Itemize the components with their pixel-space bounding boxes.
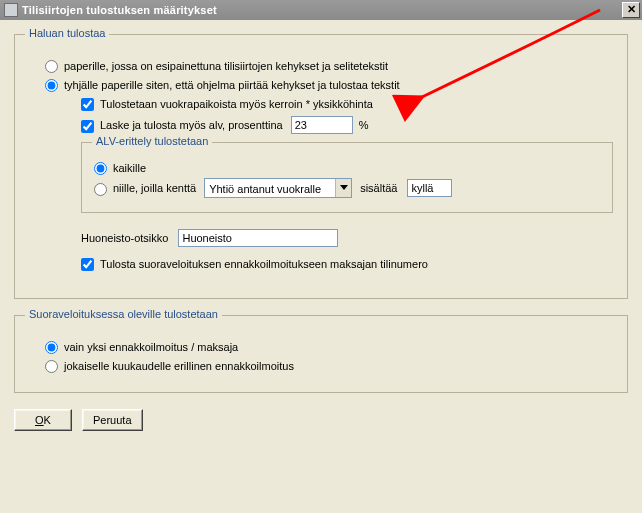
radio-alv-filtered-label: niille, joilla kenttä: [113, 182, 196, 194]
radio-row-blank[interactable]: tyhjälle paperille siten, että ohjelma p…: [45, 78, 613, 91]
radio-blank[interactable]: [45, 79, 58, 92]
radio-alv-filtered[interactable]: [94, 183, 107, 196]
radio-suora-one-label: vain yksi ennakkoilmoitus / maksaja: [64, 341, 238, 353]
group-print-options: Haluan tulostaa paperille, jossa on esip…: [14, 34, 628, 299]
alv-field-combo-text: Yhtiö antanut vuokralle: [205, 179, 335, 197]
close-button[interactable]: ✕: [622, 2, 640, 18]
radio-preprinted-label: paperille, jossa on esipainettuna tilisi…: [64, 60, 388, 72]
chk-tilinumero[interactable]: [81, 258, 94, 271]
group-alv-legend: ALV-erittely tulostetaan: [92, 135, 212, 147]
chk-kerroin[interactable]: [81, 98, 94, 111]
group-print-legend: Haluan tulostaa: [25, 27, 109, 39]
ok-button[interactable]: OK: [14, 409, 72, 431]
percent-sign: %: [359, 119, 369, 131]
radio-alv-all[interactable]: [94, 162, 107, 175]
chk-row-kerroin[interactable]: Tulostetaan vuokrapaikoista myös kerroin…: [81, 97, 613, 110]
ok-button-underline: O: [35, 414, 44, 426]
group-alv-erittely: ALV-erittely tulostetaan kaikille niille…: [81, 142, 613, 213]
radio-suora-each-label: jokaiselle kuukaudelle erillinen ennakko…: [64, 360, 294, 372]
title-bar: Tilisiirtojen tulostuksen määritykset ✕: [0, 0, 642, 20]
huoneisto-label: Huoneisto-otsikko: [81, 232, 168, 244]
radio-row-preprinted[interactable]: paperille, jossa on esipainettuna tilisi…: [45, 59, 613, 72]
close-icon: ✕: [627, 3, 636, 15]
huoneisto-input[interactable]: [178, 229, 338, 247]
app-icon: [4, 3, 18, 17]
contains-value-input[interactable]: [407, 179, 452, 197]
radio-row-each[interactable]: jokaiselle kuukaudelle erillinen ennakko…: [45, 359, 613, 372]
radio-alv-all-label: kaikille: [113, 162, 146, 174]
cancel-button-label: Peruuta: [93, 414, 132, 426]
chk-alv-label: Laske ja tulosta myös alv, prosenttina: [100, 119, 283, 131]
ok-button-rest: K: [44, 414, 51, 426]
client-area: Haluan tulostaa paperille, jossa on esip…: [0, 20, 642, 513]
window-title: Tilisiirtojen tulostuksen määritykset: [22, 4, 622, 16]
chk-tilinumero-label: Tulosta suoraveloituksen ennakkoilmoituk…: [100, 258, 428, 270]
chk-alv[interactable]: [81, 120, 94, 133]
chk-kerroin-label: Tulostetaan vuokrapaikoista myös kerroin…: [100, 98, 373, 110]
radio-blank-label: tyhjälle paperille siten, että ohjelma p…: [64, 79, 400, 91]
chk-row-alv[interactable]: Laske ja tulosta myös alv, prosenttina %: [81, 116, 613, 134]
group-suoraveloitus: Suoraveloituksessa oleville tulostetaan …: [14, 315, 628, 393]
radio-preprinted[interactable]: [45, 60, 58, 73]
chk-row-tilinumero[interactable]: Tulosta suoraveloituksen ennakkoilmoituk…: [81, 257, 613, 270]
alv-field-combo-button[interactable]: [335, 179, 351, 197]
huoneisto-row: Huoneisto-otsikko: [81, 229, 613, 247]
radio-row-alv-all[interactable]: kaikille: [94, 161, 600, 174]
radio-suora-one[interactable]: [45, 341, 58, 354]
group-suora-legend: Suoraveloituksessa oleville tulostetaan: [25, 308, 222, 320]
contains-label: sisältää: [360, 182, 397, 194]
radio-row-alv-filtered[interactable]: niille, joilla kenttä Yhtiö antanut vuok…: [94, 178, 600, 198]
button-bar: OK Peruuta: [14, 409, 628, 431]
radio-suora-each[interactable]: [45, 360, 58, 373]
cancel-button[interactable]: Peruuta: [82, 409, 143, 431]
alv-field-combo[interactable]: Yhtiö antanut vuokralle: [204, 178, 352, 198]
chevron-down-icon: [340, 185, 348, 191]
radio-row-one[interactable]: vain yksi ennakkoilmoitus / maksaja: [45, 340, 613, 353]
alv-percent-input[interactable]: [291, 116, 353, 134]
blank-paper-suboptions: Tulostetaan vuokrapaikoista myös kerroin…: [81, 97, 613, 213]
